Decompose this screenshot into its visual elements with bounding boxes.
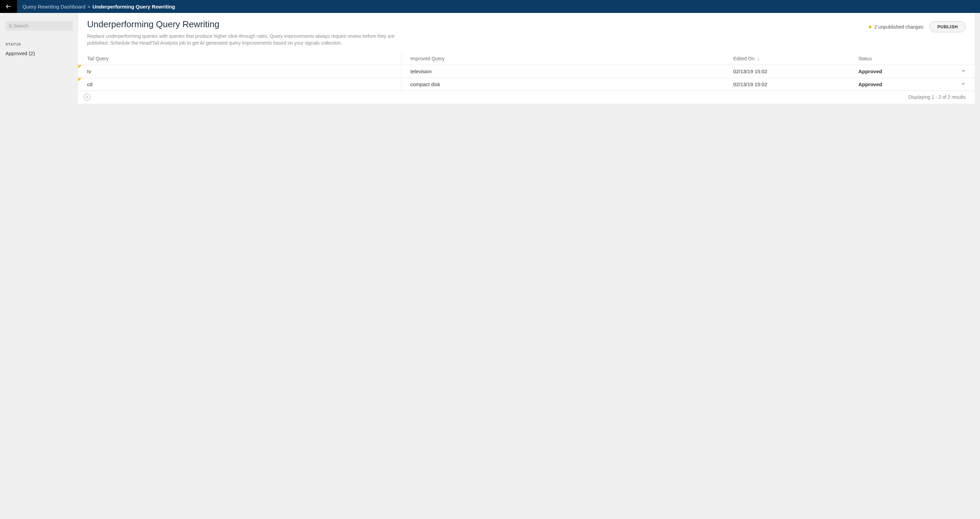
search-input[interactable]	[13, 23, 70, 29]
cell-expand[interactable]	[933, 78, 975, 91]
breadcrumb-current: Underperforming Query Rewriting	[92, 4, 175, 10]
table-row[interactable]: cd compact disk 02/13/19 15:02 Approved	[78, 78, 975, 91]
query-table: Tail Query Improved Query Edited On ↓ St…	[78, 53, 975, 91]
sidebar: STATUS Approved (2)	[0, 13, 78, 519]
search-wrap[interactable]	[5, 21, 73, 30]
table-footer: Displaying 1 - 2 of 2 results	[78, 91, 975, 104]
breadcrumb-parent[interactable]: Query Rewriting Dashboard	[22, 4, 86, 10]
cell-edited-on: 02/13/19 15:02	[724, 78, 850, 91]
unpublished-changes-indicator: 2 unpublished changes	[869, 24, 923, 30]
col-header-status[interactable]: Status	[850, 53, 933, 65]
cell-tail-query[interactable]: tv	[78, 65, 401, 78]
cell-improved-query[interactable]: compact disk	[401, 78, 724, 91]
svg-line-2	[11, 27, 12, 27]
sort-desc-icon: ↓	[757, 56, 759, 61]
publish-button[interactable]: PUBLISH	[929, 21, 966, 32]
results-count: Displaying 1 - 2 of 2 results	[908, 94, 966, 100]
cell-status: Approved	[850, 78, 933, 91]
cell-tail-query[interactable]: cd	[78, 78, 401, 91]
page-title: Underperforming Query Rewriting	[87, 19, 869, 30]
svg-point-1	[9, 24, 11, 27]
filter-heading-status: STATUS	[5, 42, 73, 46]
filter-item-approved[interactable]: Approved (2)	[5, 50, 73, 57]
search-icon	[8, 24, 13, 28]
cell-status: Approved	[850, 65, 933, 78]
chevron-down-icon	[961, 69, 966, 73]
topbar: Query Rewriting Dashboard > Underperform…	[0, 0, 980, 13]
breadcrumb: Query Rewriting Dashboard > Underperform…	[17, 0, 175, 13]
cell-improved-query[interactable]: television	[401, 65, 724, 78]
cell-expand[interactable]	[933, 65, 975, 78]
chevron-down-icon	[961, 81, 966, 86]
content-panel: Underperforming Query Rewriting Replace …	[78, 13, 975, 104]
breadcrumb-separator: >	[88, 4, 91, 10]
page-description: Replace underperforming queries with que…	[87, 33, 407, 46]
status-dot-icon	[869, 26, 872, 28]
cell-edited-on: 02/13/19 15:02	[724, 65, 850, 78]
col-header-edited-on-label: Edited On	[733, 56, 754, 61]
add-row-button[interactable]	[84, 94, 91, 101]
plus-icon	[86, 95, 89, 99]
table-row[interactable]: tv television 02/13/19 15:02 Approved	[78, 65, 975, 78]
unpublished-changes-text: 2 unpublished changes	[874, 24, 923, 30]
col-header-improved-query[interactable]: Improved Query	[401, 53, 724, 65]
col-header-edited-on[interactable]: Edited On ↓	[724, 53, 850, 65]
back-button[interactable]	[0, 0, 17, 13]
arrow-left-icon	[5, 3, 12, 10]
col-header-tail-query[interactable]: Tail Query	[78, 53, 401, 65]
main: Underperforming Query Rewriting Replace …	[78, 13, 980, 519]
